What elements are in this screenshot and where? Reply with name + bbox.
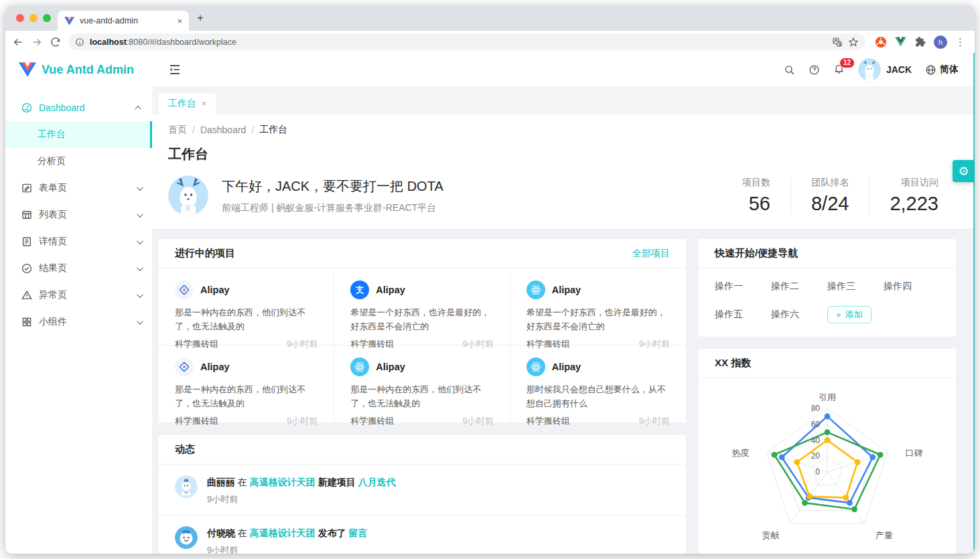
quicknav-link-2[interactable]: 操作二 — [771, 281, 827, 293]
reload-icon[interactable] — [50, 36, 62, 48]
settings-gear-button[interactable]: ⚙ — [953, 160, 975, 182]
breadcrumb-dashboard[interactable]: Dashboard — [200, 125, 247, 135]
breadcrumb-current: 工作台 — [259, 124, 287, 136]
close-window-button[interactable] — [16, 14, 24, 22]
minimize-window-button[interactable] — [29, 14, 38, 22]
page-tab-close-icon[interactable]: × — [202, 99, 206, 108]
right-column: 快速开始/便捷导航 操作一 操作二 操作三 操作四 操作五 操作六 + — [699, 239, 956, 554]
breadcrumb-separator: / — [192, 125, 195, 135]
menu-fold-icon[interactable] — [168, 63, 182, 76]
browser-tab[interactable]: vue-antd-admin × — [58, 11, 189, 31]
user-avatar — [175, 526, 198, 549]
url-host: localhost — [90, 37, 127, 47]
project-card[interactable]: Alipay那是一种内在的东西，他们到达不了，也无法触及的科学搬砖组9小时前 — [159, 345, 334, 422]
translate-icon[interactable] — [832, 37, 843, 48]
quicknav-card-header: 快速开始/便捷导航 — [699, 239, 956, 268]
quicknav-link-6[interactable]: 操作六 — [771, 309, 827, 321]
browser-menu-icon[interactable]: ⋮ — [955, 36, 965, 48]
project-group-link[interactable]: 科学搬砖组 — [527, 415, 570, 427]
project-time: 9小时前 — [287, 415, 318, 427]
sidebar-item-analysis[interactable]: 分析页 — [5, 148, 152, 175]
project-card[interactable]: Alipay那是一种内在的东西，他们到达不了，也无法触及的科学搬砖组9小时前 — [159, 268, 334, 345]
activity-user[interactable]: 付晓晓 — [207, 528, 235, 538]
project-card[interactable]: Alipay希望是一个好东西，也许是最好的，好东西是不会消亡的科学搬砖组9小时前 — [334, 268, 510, 345]
new-tab-button[interactable]: + — [197, 11, 204, 25]
project-name[interactable]: Alipay — [552, 285, 581, 295]
sidebar-item-detail[interactable]: 详情页 — [5, 228, 152, 255]
stat-projects: 项目数 56 — [722, 177, 790, 215]
stat-visits: 项目访问 2,223 — [869, 177, 959, 215]
activity-group-link[interactable]: 高逼格设计天团 — [250, 528, 316, 538]
browser-profile-avatar[interactable]: h — [934, 35, 947, 49]
sidebar-item-widgets[interactable]: 小组件 — [5, 309, 152, 335]
svg-text:0: 0 — [815, 467, 820, 477]
project-name[interactable]: Alipay — [376, 362, 405, 372]
project-card[interactable]: Alipay那是一种内在的东西，他们到达不了，也无法触及的科学搬砖组9小时前 — [334, 345, 510, 422]
activity-target-link[interactable]: 留言 — [349, 528, 368, 538]
sidebar-item-label: 小组件 — [39, 316, 67, 328]
warning-icon — [21, 290, 32, 301]
quicknav-body: 操作一 操作二 操作三 操作四 操作五 操作六 + 添加 — [699, 268, 956, 337]
sidebar-item-workplace[interactable]: 工作台 — [5, 121, 152, 148]
back-icon[interactable] — [12, 36, 24, 48]
bookmark-star-icon[interactable] — [848, 37, 859, 48]
breadcrumb-home[interactable]: 首页 — [168, 124, 187, 136]
activity-prep: 在 — [238, 477, 247, 487]
site-info-icon[interactable] — [75, 37, 84, 47]
project-card[interactable]: Alipay希望是一个好东西，也许是最好的，好东西是不会消亡的科学搬砖组9小时前 — [510, 268, 686, 345]
chevron-up-icon — [135, 105, 141, 112]
sidebar-item-exception[interactable]: 异常页 — [5, 282, 152, 309]
app-logo[interactable]: Vue Antd Admin — [5, 53, 152, 86]
project-name[interactable]: Alipay — [376, 285, 405, 295]
project-card[interactable]: Alipay那时候我只会想自己想要什么，从不想自己拥有什么科学搬砖组9小时前 — [510, 345, 686, 422]
activity-target-link[interactable]: 八月迭代 — [358, 477, 396, 487]
project-name[interactable]: Alipay — [552, 362, 581, 372]
page-scroll-area[interactable]: 首页 / Dashboard / 工作台 工作台 下午好，JACK，要不要打一把… — [152, 114, 975, 554]
quicknav-link-4[interactable]: 操作四 — [884, 281, 940, 293]
tab-close-icon[interactable]: × — [177, 16, 182, 26]
stat-value: 8/24 — [811, 193, 849, 215]
profile-icon — [21, 236, 32, 247]
url-bar[interactable]: localhost:8080/#/dashboard/workplace — [68, 33, 865, 50]
activity-group-link[interactable]: 高逼格设计天团 — [250, 477, 316, 487]
quicknav-link-1[interactable]: 操作一 — [715, 281, 771, 293]
extension-orange-icon[interactable] — [875, 36, 887, 48]
project-name[interactable]: Alipay — [200, 285, 230, 295]
window-controls — [5, 14, 58, 22]
sidebar-item-list[interactable]: 列表页 — [5, 202, 152, 228]
help-icon[interactable] — [809, 64, 820, 76]
forward-icon[interactable] — [31, 36, 43, 48]
browser-tabstrip: vue-antd-admin × + — [5, 5, 975, 31]
app-logo-text: Vue Antd Admin — [42, 63, 134, 77]
activity-user[interactable]: 曲丽丽 — [207, 477, 235, 487]
activity-body: 曲丽丽 在 高逼格设计天团 新建项目 八月迭代 9小时前 — [207, 475, 396, 505]
add-shortcut-button[interactable]: + 添加 — [827, 306, 871, 323]
page-tab-workplace[interactable]: 工作台 × — [159, 93, 216, 114]
user-menu[interactable]: JACK — [858, 58, 912, 81]
zoom-window-button[interactable] — [43, 14, 51, 22]
notifications[interactable]: 12 — [833, 63, 845, 77]
url-text: localhost:8080/#/dashboard/workplace — [90, 37, 236, 47]
breadcrumb: 首页 / Dashboard / 工作台 — [168, 124, 959, 136]
project-name[interactable]: Alipay — [200, 362, 230, 372]
sidebar-item-result[interactable]: 结果页 — [5, 255, 152, 282]
project-group-link[interactable]: 科学搬砖组 — [175, 415, 218, 427]
activity-verb: 发布了 — [318, 528, 346, 538]
sidebar-item-dashboard[interactable]: Dashboard — [5, 94, 152, 121]
quicknav-link-3[interactable]: 操作三 — [827, 281, 884, 293]
quicknav-link-5[interactable]: 操作五 — [715, 309, 771, 321]
language-switch[interactable]: 简体 — [925, 64, 959, 76]
react-logo-icon — [350, 357, 369, 376]
check-circle-icon — [21, 263, 32, 274]
extensions-puzzle-icon[interactable] — [914, 36, 926, 48]
sidebar: Vue Antd Admin Dashboard 工作台 分析页 表单页 列表 — [5, 53, 152, 554]
activity-verb: 新建项目 — [318, 477, 356, 487]
plus-icon: + — [836, 310, 841, 320]
all-projects-link[interactable]: 全部项目 — [632, 248, 670, 260]
vue-devtools-icon[interactable] — [895, 37, 906, 47]
project-group-link[interactable]: 科学搬砖组 — [350, 415, 394, 427]
sidebar-item-form[interactable]: 表单页 — [5, 175, 152, 202]
vue-logo-icon — [19, 62, 36, 77]
search-icon[interactable] — [784, 64, 795, 76]
notification-badge: 12 — [839, 58, 855, 68]
